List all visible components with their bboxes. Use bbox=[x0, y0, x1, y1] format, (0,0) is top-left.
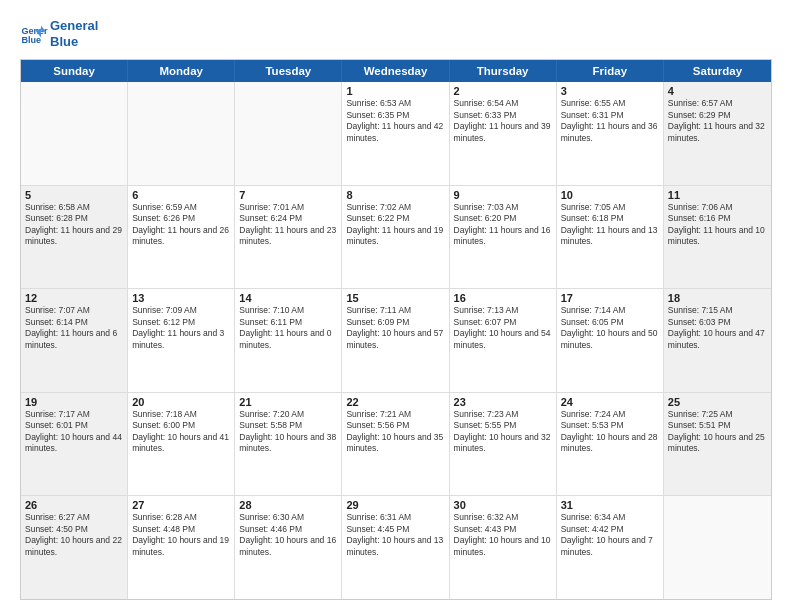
table-row: 4Sunrise: 6:57 AM Sunset: 6:29 PM Daylig… bbox=[664, 82, 771, 185]
table-row: 13Sunrise: 7:09 AM Sunset: 6:12 PM Dayli… bbox=[128, 289, 235, 392]
day-number: 23 bbox=[454, 396, 552, 408]
day-number: 3 bbox=[561, 85, 659, 97]
day-info: Sunrise: 7:09 AM Sunset: 6:12 PM Dayligh… bbox=[132, 305, 230, 351]
table-row: 18Sunrise: 7:15 AM Sunset: 6:03 PM Dayli… bbox=[664, 289, 771, 392]
table-row: 6Sunrise: 6:59 AM Sunset: 6:26 PM Daylig… bbox=[128, 186, 235, 289]
day-number: 19 bbox=[25, 396, 123, 408]
day-info: Sunrise: 6:27 AM Sunset: 4:50 PM Dayligh… bbox=[25, 512, 123, 558]
header-day-sunday: Sunday bbox=[21, 60, 128, 82]
table-row: 19Sunrise: 7:17 AM Sunset: 6:01 PM Dayli… bbox=[21, 393, 128, 496]
day-info: Sunrise: 6:59 AM Sunset: 6:26 PM Dayligh… bbox=[132, 202, 230, 248]
logo-icon: General Blue bbox=[20, 20, 48, 48]
table-row: 22Sunrise: 7:21 AM Sunset: 5:56 PM Dayli… bbox=[342, 393, 449, 496]
day-info: Sunrise: 7:10 AM Sunset: 6:11 PM Dayligh… bbox=[239, 305, 337, 351]
day-info: Sunrise: 6:28 AM Sunset: 4:48 PM Dayligh… bbox=[132, 512, 230, 558]
day-info: Sunrise: 6:30 AM Sunset: 4:46 PM Dayligh… bbox=[239, 512, 337, 558]
table-row: 29Sunrise: 6:31 AM Sunset: 4:45 PM Dayli… bbox=[342, 496, 449, 599]
table-row: 1Sunrise: 6:53 AM Sunset: 6:35 PM Daylig… bbox=[342, 82, 449, 185]
day-info: Sunrise: 7:25 AM Sunset: 5:51 PM Dayligh… bbox=[668, 409, 767, 455]
header-day-thursday: Thursday bbox=[450, 60, 557, 82]
day-info: Sunrise: 7:18 AM Sunset: 6:00 PM Dayligh… bbox=[132, 409, 230, 455]
table-row: 28Sunrise: 6:30 AM Sunset: 4:46 PM Dayli… bbox=[235, 496, 342, 599]
day-number: 27 bbox=[132, 499, 230, 511]
day-info: Sunrise: 6:58 AM Sunset: 6:28 PM Dayligh… bbox=[25, 202, 123, 248]
day-info: Sunrise: 6:55 AM Sunset: 6:31 PM Dayligh… bbox=[561, 98, 659, 144]
day-number: 15 bbox=[346, 292, 444, 304]
day-info: Sunrise: 7:23 AM Sunset: 5:55 PM Dayligh… bbox=[454, 409, 552, 455]
table-row: 5Sunrise: 6:58 AM Sunset: 6:28 PM Daylig… bbox=[21, 186, 128, 289]
table-row: 26Sunrise: 6:27 AM Sunset: 4:50 PM Dayli… bbox=[21, 496, 128, 599]
day-info: Sunrise: 7:05 AM Sunset: 6:18 PM Dayligh… bbox=[561, 202, 659, 248]
day-number: 13 bbox=[132, 292, 230, 304]
day-info: Sunrise: 6:53 AM Sunset: 6:35 PM Dayligh… bbox=[346, 98, 444, 144]
calendar-body: 1Sunrise: 6:53 AM Sunset: 6:35 PM Daylig… bbox=[21, 82, 771, 599]
day-number: 2 bbox=[454, 85, 552, 97]
day-number: 29 bbox=[346, 499, 444, 511]
table-row bbox=[21, 82, 128, 185]
day-number: 8 bbox=[346, 189, 444, 201]
table-row: 16Sunrise: 7:13 AM Sunset: 6:07 PM Dayli… bbox=[450, 289, 557, 392]
header-day-friday: Friday bbox=[557, 60, 664, 82]
table-row: 7Sunrise: 7:01 AM Sunset: 6:24 PM Daylig… bbox=[235, 186, 342, 289]
day-number: 10 bbox=[561, 189, 659, 201]
table-row: 2Sunrise: 6:54 AM Sunset: 6:33 PM Daylig… bbox=[450, 82, 557, 185]
table-row bbox=[128, 82, 235, 185]
week-row-4: 19Sunrise: 7:17 AM Sunset: 6:01 PM Dayli… bbox=[21, 393, 771, 497]
header-day-saturday: Saturday bbox=[664, 60, 771, 82]
day-number: 22 bbox=[346, 396, 444, 408]
day-number: 28 bbox=[239, 499, 337, 511]
day-info: Sunrise: 7:20 AM Sunset: 5:58 PM Dayligh… bbox=[239, 409, 337, 455]
table-row: 8Sunrise: 7:02 AM Sunset: 6:22 PM Daylig… bbox=[342, 186, 449, 289]
week-row-3: 12Sunrise: 7:07 AM Sunset: 6:14 PM Dayli… bbox=[21, 289, 771, 393]
day-number: 5 bbox=[25, 189, 123, 201]
week-row-5: 26Sunrise: 6:27 AM Sunset: 4:50 PM Dayli… bbox=[21, 496, 771, 599]
day-info: Sunrise: 7:13 AM Sunset: 6:07 PM Dayligh… bbox=[454, 305, 552, 351]
table-row bbox=[235, 82, 342, 185]
table-row: 30Sunrise: 6:32 AM Sunset: 4:43 PM Dayli… bbox=[450, 496, 557, 599]
day-info: Sunrise: 6:57 AM Sunset: 6:29 PM Dayligh… bbox=[668, 98, 767, 144]
day-number: 21 bbox=[239, 396, 337, 408]
day-number: 7 bbox=[239, 189, 337, 201]
day-number: 20 bbox=[132, 396, 230, 408]
table-row: 10Sunrise: 7:05 AM Sunset: 6:18 PM Dayli… bbox=[557, 186, 664, 289]
day-info: Sunrise: 7:17 AM Sunset: 6:01 PM Dayligh… bbox=[25, 409, 123, 455]
day-info: Sunrise: 7:21 AM Sunset: 5:56 PM Dayligh… bbox=[346, 409, 444, 455]
calendar: SundayMondayTuesdayWednesdayThursdayFrid… bbox=[20, 59, 772, 600]
day-info: Sunrise: 6:32 AM Sunset: 4:43 PM Dayligh… bbox=[454, 512, 552, 558]
table-row: 9Sunrise: 7:03 AM Sunset: 6:20 PM Daylig… bbox=[450, 186, 557, 289]
logo: General Blue GeneralBlue bbox=[20, 18, 98, 49]
table-row: 24Sunrise: 7:24 AM Sunset: 5:53 PM Dayli… bbox=[557, 393, 664, 496]
table-row: 14Sunrise: 7:10 AM Sunset: 6:11 PM Dayli… bbox=[235, 289, 342, 392]
page-header: General Blue GeneralBlue bbox=[20, 18, 772, 49]
table-row: 23Sunrise: 7:23 AM Sunset: 5:55 PM Dayli… bbox=[450, 393, 557, 496]
day-info: Sunrise: 7:03 AM Sunset: 6:20 PM Dayligh… bbox=[454, 202, 552, 248]
day-number: 31 bbox=[561, 499, 659, 511]
table-row: 31Sunrise: 6:34 AM Sunset: 4:42 PM Dayli… bbox=[557, 496, 664, 599]
day-info: Sunrise: 7:01 AM Sunset: 6:24 PM Dayligh… bbox=[239, 202, 337, 248]
table-row: 20Sunrise: 7:18 AM Sunset: 6:00 PM Dayli… bbox=[128, 393, 235, 496]
day-info: Sunrise: 7:07 AM Sunset: 6:14 PM Dayligh… bbox=[25, 305, 123, 351]
day-info: Sunrise: 7:06 AM Sunset: 6:16 PM Dayligh… bbox=[668, 202, 767, 248]
header-day-tuesday: Tuesday bbox=[235, 60, 342, 82]
day-number: 14 bbox=[239, 292, 337, 304]
day-number: 18 bbox=[668, 292, 767, 304]
day-number: 24 bbox=[561, 396, 659, 408]
day-info: Sunrise: 7:24 AM Sunset: 5:53 PM Dayligh… bbox=[561, 409, 659, 455]
day-info: Sunrise: 7:02 AM Sunset: 6:22 PM Dayligh… bbox=[346, 202, 444, 248]
day-number: 16 bbox=[454, 292, 552, 304]
logo-text: GeneralBlue bbox=[50, 18, 98, 49]
table-row: 12Sunrise: 7:07 AM Sunset: 6:14 PM Dayli… bbox=[21, 289, 128, 392]
table-row bbox=[664, 496, 771, 599]
table-row: 3Sunrise: 6:55 AM Sunset: 6:31 PM Daylig… bbox=[557, 82, 664, 185]
day-number: 11 bbox=[668, 189, 767, 201]
day-info: Sunrise: 6:31 AM Sunset: 4:45 PM Dayligh… bbox=[346, 512, 444, 558]
day-number: 30 bbox=[454, 499, 552, 511]
table-row: 27Sunrise: 6:28 AM Sunset: 4:48 PM Dayli… bbox=[128, 496, 235, 599]
table-row: 25Sunrise: 7:25 AM Sunset: 5:51 PM Dayli… bbox=[664, 393, 771, 496]
table-row: 21Sunrise: 7:20 AM Sunset: 5:58 PM Dayli… bbox=[235, 393, 342, 496]
day-info: Sunrise: 7:14 AM Sunset: 6:05 PM Dayligh… bbox=[561, 305, 659, 351]
day-number: 17 bbox=[561, 292, 659, 304]
table-row: 17Sunrise: 7:14 AM Sunset: 6:05 PM Dayli… bbox=[557, 289, 664, 392]
header-day-monday: Monday bbox=[128, 60, 235, 82]
table-row: 11Sunrise: 7:06 AM Sunset: 6:16 PM Dayli… bbox=[664, 186, 771, 289]
